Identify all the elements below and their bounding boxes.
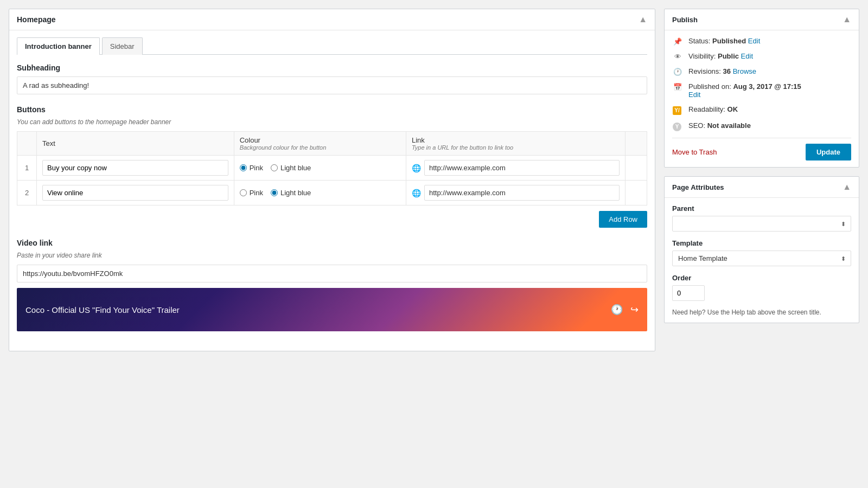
add-row-wrap: Add Row	[17, 211, 647, 228]
tab-introduction-banner[interactable]: Introduction banner	[17, 37, 100, 55]
row-2-lightblue-radio[interactable]	[271, 189, 278, 196]
row-2-colour-group: Pink Light blue	[240, 189, 400, 197]
col-header-action	[626, 132, 647, 156]
col-sub-link: Type in a URL for the button to link too	[412, 144, 620, 151]
row-1-colour-cell: Pink Light blue	[234, 156, 406, 181]
seo-text: SEO: Not available	[688, 121, 751, 130]
template-select-wrap: Home Template Default Template	[672, 251, 851, 266]
subheading-label: Subheading	[17, 63, 647, 72]
right-sidebar: Publish ▲ 📌 Status: Published Edit 👁 Vis…	[664, 9, 859, 351]
video-icons: 🕐 ↪	[611, 304, 639, 316]
row-2-link-cell: 🌐	[406, 181, 625, 206]
row-2-colour-cell: Pink Light blue	[234, 181, 406, 206]
readability-value: OK	[727, 105, 738, 113]
pin-icon: 📌	[672, 37, 683, 46]
row-1-lightblue-text: Light blue	[280, 164, 311, 172]
video-watch-later-icon[interactable]: 🕐	[611, 304, 623, 316]
row-2-pink-label[interactable]: Pink	[240, 189, 263, 197]
visibility-edit-link[interactable]: Edit	[741, 52, 753, 60]
col-header-num	[17, 132, 37, 156]
publish-collapse-icon[interactable]: ▲	[843, 15, 851, 24]
template-label: Template	[672, 239, 851, 247]
buttons-table: Text Colour Background colour for the bu…	[17, 131, 647, 206]
page-attributes-collapse-icon[interactable]: ▲	[843, 182, 851, 192]
status-label: Status:	[688, 37, 710, 45]
visibility-row: 👁 Visibility: Public Edit	[672, 52, 851, 61]
revisions-label: Revisions:	[688, 67, 721, 75]
parent-select[interactable]: ( no parent) Home	[672, 216, 851, 232]
col-header-link: Link Type in a URL for the button to lin…	[406, 132, 625, 156]
row-1-lightblue-radio[interactable]	[271, 164, 278, 171]
globe-icon-1: 🌐	[412, 164, 421, 172]
globe-icon-2: 🌐	[412, 189, 421, 197]
row-1-lightblue-label[interactable]: Light blue	[271, 164, 311, 172]
seo-row: Y SEO: Not available	[672, 121, 851, 131]
seo-icon: Y	[672, 122, 683, 131]
collapse-icon[interactable]: ▲	[639, 15, 647, 24]
panel-title: Homepage	[17, 15, 56, 24]
order-input[interactable]	[672, 285, 705, 301]
parent-select-wrap: ( no parent) Home	[672, 216, 851, 232]
published-edit-link[interactable]: Edit	[688, 91, 700, 99]
row-1-url-input[interactable]	[424, 160, 620, 176]
row-1-link-cell: 🌐	[406, 156, 625, 181]
update-button[interactable]: Update	[806, 144, 851, 160]
row-2-lightblue-text: Light blue	[280, 189, 311, 197]
status-row: 📌 Status: Published Edit	[672, 37, 851, 46]
page-attributes-body: Parent ( no parent) Home Template Home T…	[665, 198, 859, 323]
order-row: Order	[672, 274, 851, 301]
publish-box-header: Publish ▲	[665, 9, 859, 30]
row-1-pink-radio[interactable]	[240, 164, 247, 171]
revisions-icon: 🕐	[672, 68, 683, 76]
readability-label: Readability:	[688, 105, 725, 113]
subheading-section: Subheading	[17, 63, 647, 94]
row-2-text-input[interactable]	[42, 185, 228, 201]
row-num-1: 1	[17, 156, 37, 181]
visibility-text: Visibility: Public Edit	[688, 52, 753, 60]
row-1-text-cell	[37, 156, 234, 181]
calendar-icon: 📅	[672, 83, 683, 91]
video-share-icon[interactable]: ↪	[630, 304, 639, 316]
revisions-text: Revisions: 36 Browse	[688, 67, 756, 75]
published-label: Published on:	[688, 82, 731, 91]
row-2-action-cell	[626, 181, 647, 206]
published-on-row: 📅 Published on: Aug 3, 2017 @ 17:15 Edit	[672, 82, 851, 99]
row-2-pink-text: Pink	[250, 189, 263, 197]
subheading-input[interactable]	[17, 76, 647, 94]
parent-row: Parent ( no parent) Home	[672, 204, 851, 232]
help-text: Need help? Use the Help tab above the sc…	[672, 309, 851, 316]
main-panel: Homepage ▲ Introduction banner Sidebar S…	[9, 9, 655, 351]
readability-text: Readability: OK	[688, 105, 738, 113]
template-select[interactable]: Home Template Default Template	[672, 251, 851, 266]
buttons-description: You can add buttons to the homepage head…	[17, 118, 647, 126]
visibility-label: Visibility:	[688, 52, 716, 60]
status-edit-link[interactable]: Edit	[748, 37, 760, 45]
row-2-url-input[interactable]	[424, 185, 620, 201]
parent-label: Parent	[672, 204, 851, 213]
move-to-trash-link[interactable]: Move to Trash	[672, 148, 717, 156]
table-row: 2 Pink	[17, 181, 647, 206]
col-sub-colour: Background colour for the button	[240, 144, 400, 151]
row-2-text-cell	[37, 181, 234, 206]
revisions-browse-link[interactable]: Browse	[733, 67, 756, 75]
eye-icon: 👁	[672, 53, 683, 61]
row-2-url-wrap: 🌐	[412, 185, 620, 201]
row-2-lightblue-label[interactable]: Light blue	[271, 189, 311, 197]
published-value: Aug 3, 2017 @ 17:15	[733, 82, 801, 91]
row-1-pink-label[interactable]: Pink	[240, 164, 263, 172]
row-1-text-input[interactable]	[42, 160, 228, 176]
revisions-row: 🕐 Revisions: 36 Browse	[672, 67, 851, 76]
row-2-pink-radio[interactable]	[240, 189, 247, 196]
status-text: Status: Published Edit	[688, 37, 760, 45]
add-row-button[interactable]: Add Row	[599, 211, 647, 228]
publish-box: Publish ▲ 📌 Status: Published Edit 👁 Vis…	[664, 9, 859, 168]
col-header-colour: Colour Background colour for the button	[234, 132, 406, 156]
video-url-input[interactable]	[17, 265, 647, 282]
seo-label: SEO:	[688, 121, 705, 130]
row-1-url-wrap: 🌐	[412, 160, 620, 176]
video-description: Paste in your video share link	[17, 252, 647, 259]
seo-value: Not available	[707, 121, 751, 130]
tab-sidebar[interactable]: Sidebar	[102, 37, 143, 55]
video-section: Video link Paste in your video share lin…	[17, 239, 647, 331]
panel-header: Homepage ▲	[9, 9, 655, 30]
